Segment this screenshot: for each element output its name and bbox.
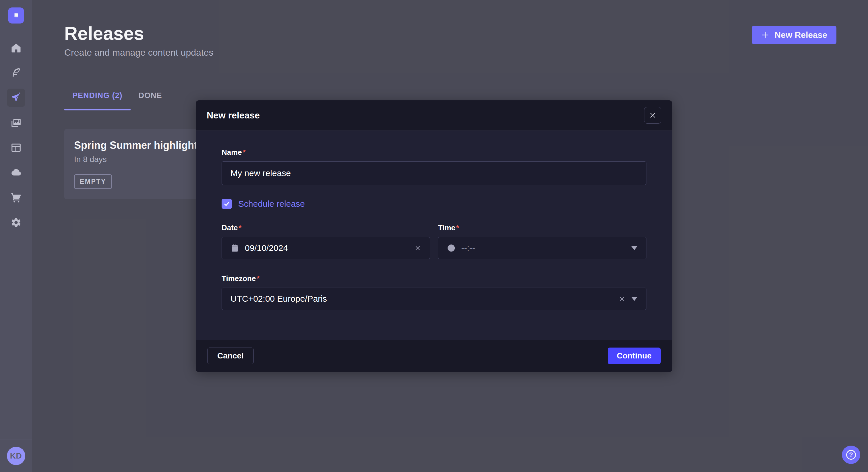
new-release-modal: New release Name* Schedule release — [196, 100, 672, 372]
timezone-select[interactable]: UTC+02:00 Europe/Paris — [222, 288, 646, 310]
close-icon — [649, 112, 656, 119]
clear-timezone-icon[interactable] — [619, 295, 625, 302]
time-placeholder: --:-- — [461, 243, 475, 253]
required-asterisk: * — [257, 274, 259, 283]
required-asterisk: * — [239, 224, 241, 232]
date-field-label: Date* — [222, 224, 430, 232]
calendar-icon — [230, 244, 239, 252]
modal-close-button[interactable] — [644, 107, 661, 124]
schedule-release-row: Schedule release — [222, 199, 646, 209]
time-field-label: Time* — [438, 224, 646, 232]
checkmark-icon — [224, 201, 230, 207]
name-input[interactable] — [222, 162, 646, 185]
modal-body: Name* Schedule release Date* — [196, 131, 672, 340]
required-asterisk: * — [243, 148, 246, 157]
date-value: 09/10/2024 — [245, 243, 288, 253]
cancel-button[interactable]: Cancel — [207, 347, 254, 364]
chevron-down-icon[interactable] — [631, 297, 638, 301]
required-asterisk: * — [456, 224, 459, 232]
schedule-release-checkbox[interactable] — [222, 199, 232, 209]
modal-header: New release — [196, 100, 672, 131]
schedule-release-label[interactable]: Schedule release — [238, 199, 305, 209]
timezone-value: UTC+02:00 Europe/Paris — [230, 294, 327, 304]
timezone-field-label: Timezone* — [222, 274, 646, 283]
time-picker[interactable]: --:-- — [438, 237, 646, 259]
modal-title: New release — [207, 110, 260, 121]
chevron-down-icon[interactable] — [631, 246, 638, 250]
continue-button[interactable]: Continue — [608, 347, 661, 364]
clear-date-icon[interactable] — [414, 245, 421, 251]
name-field-label: Name* — [222, 148, 646, 157]
clock-icon — [447, 244, 456, 252]
date-picker[interactable]: 09/10/2024 — [222, 237, 430, 259]
modal-footer: Cancel Continue — [196, 340, 672, 372]
